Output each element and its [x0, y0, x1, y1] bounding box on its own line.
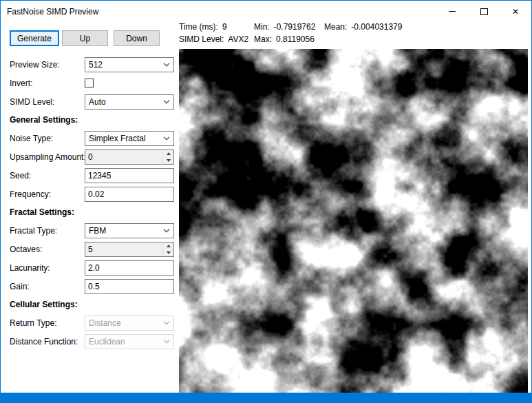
stat-time-value: 9 — [222, 22, 227, 32]
noise-type-select[interactable]: Simplex Fractal — [85, 131, 174, 146]
section-cellular-settings: Cellular Settings: — [10, 300, 175, 310]
simd-level-value: Auto — [85, 97, 163, 107]
seed-row: Seed: — [10, 168, 175, 183]
triangle-up-icon — [167, 245, 171, 247]
stat-mean-value: -0.004031379 — [351, 22, 402, 32]
seed-input[interactable] — [85, 168, 174, 183]
spin-up-button[interactable] — [163, 150, 173, 157]
distance-function-select: Euclidean — [85, 334, 174, 349]
spin-down-button[interactable] — [163, 157, 173, 164]
triangle-down-icon — [167, 159, 171, 162]
maximize-icon — [480, 8, 488, 15]
preview-size-row: Preview Size: 512 — [10, 57, 175, 72]
lacunarity-label: Lacunarity: — [10, 263, 50, 273]
up-button[interactable]: Up — [62, 30, 108, 46]
gain-input[interactable] — [85, 279, 174, 294]
fractal-type-label: Fractal Type: — [10, 226, 57, 236]
gain-row: Gain: — [10, 279, 175, 294]
upsampling-spinner[interactable] — [85, 149, 174, 165]
fractal-type-select[interactable]: FBM — [85, 223, 174, 238]
lacunarity-row: Lacunarity: — [10, 260, 175, 276]
octaves-spinner[interactable] — [85, 242, 174, 257]
minimize-button[interactable] — [436, 1, 468, 22]
lacunarity-input[interactable] — [85, 260, 174, 276]
stat-max-value: 0.8119056 — [276, 34, 315, 44]
spin-down-button[interactable] — [163, 249, 173, 256]
noise-preview-image — [179, 49, 528, 393]
chevron-down-icon — [163, 321, 170, 325]
minimize-icon — [449, 11, 456, 12]
noise-type-row: Noise Type: Simplex Fractal — [10, 131, 175, 146]
chevron-down-icon — [163, 136, 170, 141]
chevron-down-icon — [163, 229, 170, 233]
stats-panel: Time (ms):9 Min:-0.7919762 Mean:-0.00403… — [179, 22, 402, 44]
spin-up-button[interactable] — [163, 242, 173, 249]
spinner-buttons — [162, 242, 173, 256]
gain-label: Gain: — [10, 282, 30, 291]
preview-size-select[interactable]: 512 — [85, 57, 174, 72]
down-button[interactable]: Down — [114, 30, 160, 46]
title-bar: FastNoise SIMD Preview ✕ — [1, 1, 531, 22]
octaves-row: Octaves: — [10, 242, 175, 257]
preview-size-label: Preview Size: — [10, 60, 60, 70]
frequency-row: Frequency: — [10, 187, 175, 202]
stat-mean-label: Mean: — [324, 22, 347, 32]
stat-simd-label: SIMD Level: — [179, 34, 224, 44]
preview-size-value: 512 — [85, 60, 163, 70]
chevron-down-icon — [163, 63, 170, 67]
fractal-type-row: Fractal Type: FBM — [10, 223, 175, 238]
invert-row: Invert: — [10, 76, 175, 91]
maximize-button[interactable] — [468, 1, 500, 22]
section-general-settings: General Settings: — [10, 115, 175, 125]
close-button[interactable]: ✕ — [500, 1, 531, 22]
distance-function-label: Distance Function: — [10, 337, 78, 347]
octaves-label: Octaves: — [10, 245, 42, 254]
stat-time-label: Time (ms): — [179, 22, 218, 32]
generate-button[interactable]: Generate — [10, 30, 59, 46]
action-buttons: Generate Up Down — [10, 30, 175, 46]
simd-level-select[interactable]: Auto — [85, 94, 174, 110]
triangle-down-icon — [167, 251, 171, 254]
octaves-input[interactable] — [85, 242, 162, 256]
stat-simd-value: AVX2 — [228, 34, 248, 44]
return-type-label: Return Type: — [10, 318, 56, 328]
seed-label: Seed: — [10, 171, 31, 180]
noise-type-label: Noise Type: — [10, 134, 53, 143]
window-title: FastNoise SIMD Preview — [7, 7, 98, 17]
upsampling-row: Upsampling Amount: — [10, 149, 175, 165]
stat-min-value: -0.7919762 — [274, 22, 316, 32]
stat-min: Min:-0.7919762 — [254, 22, 324, 32]
return-type-select: Distance — [85, 316, 174, 331]
distance-function-value: Euclidean — [85, 337, 163, 347]
upsampling-label: Upsampling Amount: — [10, 152, 86, 162]
frequency-input[interactable] — [85, 187, 174, 202]
stat-max: Max:0.8119056 — [254, 34, 324, 44]
spinner-buttons — [162, 150, 173, 164]
stat-simd: SIMD Level:AVX2 — [179, 34, 254, 44]
triangle-up-icon — [167, 152, 171, 155]
distance-function-row: Distance Function: Euclidean — [10, 334, 175, 349]
simd-level-row: SIMD Level: Auto — [10, 94, 175, 110]
invert-checkbox[interactable] — [85, 79, 94, 87]
close-icon: ✕ — [512, 8, 519, 16]
stat-time: Time (ms):9 — [179, 22, 254, 32]
chevron-down-icon — [163, 340, 170, 344]
stat-max-label: Max: — [254, 34, 272, 44]
simd-level-label: SIMD Level: — [10, 97, 54, 107]
invert-label: Invert: — [10, 79, 32, 88]
fractal-type-value: FBM — [85, 226, 163, 236]
return-type-row: Return Type: Distance — [10, 316, 175, 331]
section-fractal-settings: Fractal Settings: — [10, 207, 175, 218]
upsampling-input[interactable] — [85, 150, 162, 164]
return-type-value: Distance — [85, 318, 163, 328]
window-bottom-border — [1, 393, 531, 402]
window-controls: ✕ — [436, 1, 531, 22]
chevron-down-icon — [163, 100, 170, 104]
stat-min-label: Min: — [254, 22, 270, 32]
stat-mean: Mean:-0.004031379 — [324, 22, 402, 32]
control-panel: Generate Up Down Preview Size: 512 Inver… — [10, 30, 175, 353]
app-window: FastNoise SIMD Preview ✕ Generate Up Dow… — [0, 0, 532, 403]
noise-type-value: Simplex Fractal — [85, 134, 163, 143]
frequency-label: Frequency: — [10, 189, 51, 199]
